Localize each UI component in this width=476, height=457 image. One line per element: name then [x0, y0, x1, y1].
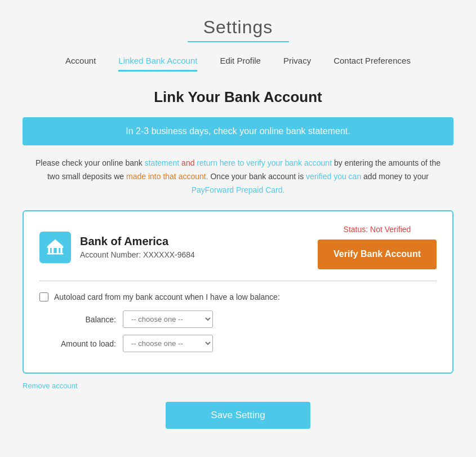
divider — [39, 281, 437, 281]
account-number-value: XXXXXX-9684 — [143, 250, 195, 259]
svg-marker-1 — [47, 239, 64, 246]
bank-card: Bank of America Account Number: XXXXXX-9… — [23, 210, 453, 374]
bank-building-icon — [45, 237, 65, 258]
svg-rect-3 — [52, 248, 54, 253]
bank-account-num: Account Number: XXXXXX-9684 — [80, 250, 195, 259]
tab-linked-bank-account[interactable]: Linked Bank Account — [118, 56, 197, 72]
amount-field-row: Amount to load: -- choose one -- — [39, 335, 437, 352]
tab-contact-preferences[interactable]: Contact Preferences — [333, 56, 411, 72]
svg-rect-5 — [60, 248, 63, 253]
status-label: Status: Not Verified — [318, 225, 437, 234]
info-banner: In 2-3 business days, check your online … — [23, 117, 453, 145]
bank-card-top: Bank of America Account Number: XXXXXX-9… — [39, 225, 437, 269]
description-text: Please check your online bank statement … — [34, 157, 442, 197]
amount-select[interactable]: -- choose one -- — [123, 335, 213, 352]
remove-account-link[interactable]: Remove account — [23, 381, 78, 390]
amount-label: Amount to load: — [54, 339, 116, 348]
balance-select[interactable]: -- choose one -- — [123, 310, 213, 328]
bank-name: Bank of America — [80, 235, 195, 248]
bank-icon — [39, 232, 71, 263]
save-setting-button[interactable]: Save Setting — [166, 402, 310, 429]
bank-info: Bank of America Account Number: XXXXXX-9… — [39, 232, 195, 263]
tab-edit-profile[interactable]: Edit Profile — [220, 56, 261, 72]
balance-field-row: Balance: -- choose one -- — [39, 310, 437, 328]
tab-privacy[interactable]: Privacy — [283, 56, 311, 72]
page-title: Settings — [0, 17, 476, 38]
section-title: Link Your Bank Account — [0, 88, 476, 106]
autoload-label: Autoload card from my bank account when … — [54, 292, 280, 301]
nav-tabs: Account Linked Bank Account Edit Profile… — [0, 56, 476, 72]
svg-rect-0 — [47, 246, 64, 248]
autoload-row: Autoload card from my bank account when … — [39, 292, 437, 301]
bank-details: Bank of America Account Number: XXXXXX-9… — [80, 235, 195, 259]
svg-rect-6 — [47, 253, 64, 255]
save-btn-wrapper: Save Setting — [0, 402, 476, 429]
autoload-checkbox[interactable] — [39, 292, 48, 301]
bank-status-area: Status: Not Verified Verify Bank Account — [318, 225, 437, 269]
svg-rect-2 — [48, 248, 50, 253]
remove-account-container: Remove account — [23, 380, 453, 391]
tab-account[interactable]: Account — [65, 56, 96, 72]
balance-label: Balance: — [54, 315, 116, 324]
svg-rect-4 — [57, 248, 59, 253]
account-number-label: Account Number: — [80, 250, 141, 259]
verify-bank-account-button[interactable]: Verify Bank Account — [318, 239, 437, 269]
title-underline — [188, 41, 289, 42]
